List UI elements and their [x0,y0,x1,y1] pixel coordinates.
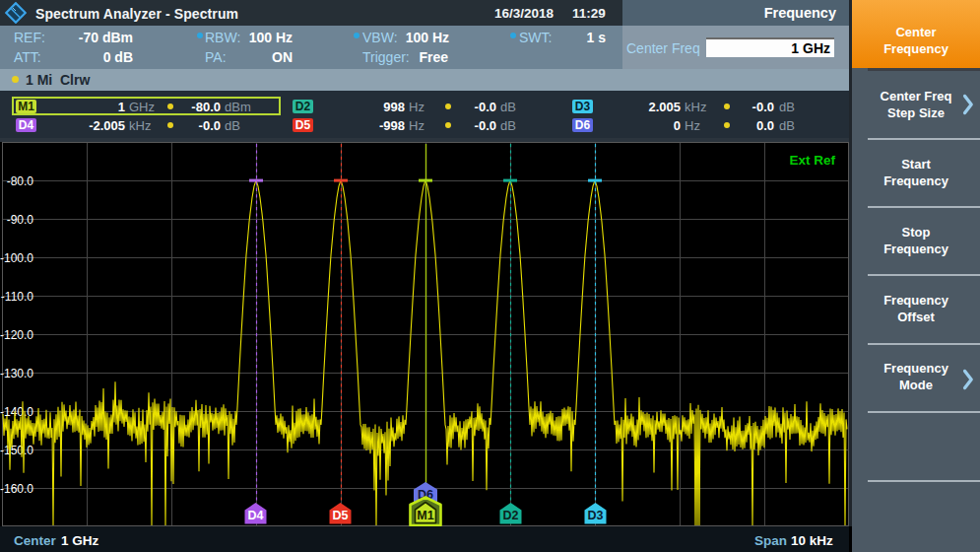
svg-text:M1: M1 [417,509,433,522]
svg-text:-120.0: -120.0 [0,328,33,342]
svg-text:-110.0: -110.0 [1,290,33,304]
svg-text:-160.0: -160.0 [0,482,33,496]
svg-text:-90.0: -90.0 [7,213,34,227]
svg-text:-150.0: -150.0 [0,444,33,457]
svg-text:-80.0: -80.0 [7,174,34,188]
svg-text:D2: D2 [503,509,519,522]
svg-text:D3: D3 [588,509,604,522]
svg-text:Ext Ref: Ext Ref [789,153,835,168]
svg-text:-100.0: -100.0 [0,251,33,265]
svg-text:D4: D4 [248,509,264,522]
svg-text:D5: D5 [333,509,349,522]
svg-text:-130.0: -130.0 [0,367,33,380]
